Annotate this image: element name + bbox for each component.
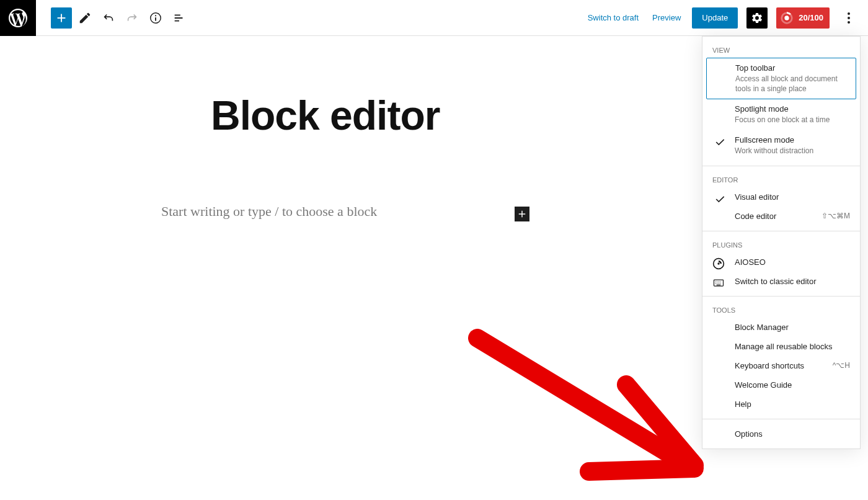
menu-top-toolbar[interactable]: Top toolbar Access all block and documen… — [706, 58, 856, 99]
plus-icon — [55, 11, 68, 25]
menu-label: Visual editor — [735, 192, 779, 202]
wp-logo[interactable] — [0, 0, 36, 36]
undo-button[interactable] — [98, 7, 119, 29]
plus-icon — [516, 208, 528, 220]
preview-button[interactable]: Preview — [650, 9, 683, 26]
menu-help[interactable]: Help — [702, 395, 860, 414]
seo-score-label: 20/100 — [799, 13, 823, 22]
svg-rect-2 — [155, 17, 156, 21]
dropdown-section-options: Options — [702, 419, 860, 449]
toolbar-right: Switch to draft Preview Update 20/100 — [585, 0, 868, 35]
kebab-icon — [848, 12, 850, 24]
check-icon — [714, 136, 726, 148]
shortcut-label: ⇧⌥⌘M — [822, 212, 850, 220]
toolbar-left — [51, 7, 190, 29]
section-heading: View — [702, 42, 860, 58]
aioseo-icon — [712, 257, 725, 270]
svg-point-1 — [155, 15, 156, 16]
menu-label: Spotlight mode — [735, 104, 850, 114]
svg-point-4 — [785, 16, 789, 20]
menu-label: AIOSEO — [735, 257, 766, 267]
update-button[interactable]: Update — [692, 7, 738, 29]
wordpress-icon — [7, 7, 29, 29]
settings-button[interactable] — [746, 7, 768, 29]
menu-label: Options — [735, 429, 763, 439]
menu-desc: Access all block and document tools in a… — [735, 74, 846, 94]
menu-welcome-guide[interactable]: Welcome Guide — [702, 375, 860, 395]
menu-label: Help — [735, 400, 751, 409]
menu-label: Switch to classic editor — [735, 277, 817, 286]
tools-button[interactable] — [74, 7, 95, 29]
menu-desc: Work without distraction — [735, 146, 850, 156]
options-menu-button[interactable] — [838, 0, 859, 36]
menu-label: Welcome Guide — [735, 380, 792, 390]
menu-options[interactable]: Options — [702, 424, 860, 444]
section-heading: Editor — [702, 171, 860, 187]
pencil-icon — [78, 11, 92, 25]
dropdown-section-editor: Editor Visual editor Code editor ⇧⌥⌘M — [702, 166, 860, 231]
menu-label: Manage all reusable blocks — [735, 342, 833, 351]
top-toolbar: Switch to draft Preview Update 20/100 — [0, 0, 868, 36]
empty-block-placeholder[interactable]: Start writing or type / to choose a bloc… — [161, 203, 377, 220]
seo-donut-icon — [780, 11, 794, 25]
list-icon — [172, 11, 186, 25]
menu-spotlight-mode[interactable]: Spotlight mode Focus on one block at a t… — [702, 99, 860, 130]
gear-icon — [751, 12, 763, 24]
menu-label: Fullscreen mode — [735, 135, 850, 145]
menu-label: Keyboard shortcuts — [735, 361, 804, 370]
inline-inserter-button[interactable] — [515, 207, 529, 221]
menu-aioseo[interactable]: AIOSEO — [702, 252, 860, 272]
post-title[interactable]: Block editor — [211, 92, 440, 139]
svg-point-6 — [848, 17, 850, 19]
section-heading: Tools — [702, 301, 860, 318]
info-icon — [149, 11, 162, 25]
shortcut-label: ^⌥H — [833, 361, 850, 370]
redo-button[interactable] — [122, 7, 143, 29]
menu-code-editor[interactable]: Code editor ⇧⌥⌘M — [702, 207, 860, 226]
dropdown-section-plugins: Plugins AIOSEO Switch to classic editor — [702, 231, 860, 297]
check-icon — [714, 193, 726, 205]
switch-to-draft-button[interactable]: Switch to draft — [585, 9, 641, 26]
menu-label: Block Manager — [735, 323, 789, 332]
menu-label: Top toolbar — [735, 63, 846, 73]
menu-visual-editor[interactable]: Visual editor — [702, 187, 860, 207]
seo-score-button[interactable]: 20/100 — [776, 7, 830, 29]
menu-desc: Focus on one block at a time — [735, 115, 850, 125]
outline-button[interactable] — [169, 7, 190, 29]
section-heading: Plugins — [702, 236, 860, 252]
menu-fullscreen-mode[interactable]: Fullscreen mode Work without distraction — [702, 130, 860, 161]
options-dropdown: View Top toolbar Access all block and do… — [702, 36, 861, 449]
menu-reusable-blocks[interactable]: Manage all reusable blocks — [702, 337, 860, 356]
svg-point-5 — [848, 12, 850, 15]
redo-icon — [125, 11, 139, 25]
keyboard-icon — [712, 277, 725, 289]
menu-block-manager[interactable]: Block Manager — [702, 318, 860, 337]
menu-keyboard-shortcuts[interactable]: Keyboard shortcuts ^⌥H — [702, 356, 860, 375]
menu-label: Code editor — [735, 212, 776, 221]
svg-point-7 — [848, 21, 850, 24]
dropdown-section-tools: Tools Block Manager Manage all reusable … — [702, 297, 860, 419]
details-button[interactable] — [145, 7, 166, 29]
svg-point-9 — [717, 262, 719, 264]
undo-icon — [102, 11, 115, 25]
dropdown-section-view: View Top toolbar Access all block and do… — [702, 37, 860, 166]
menu-switch-classic[interactable]: Switch to classic editor — [702, 272, 860, 291]
add-block-button[interactable] — [51, 7, 72, 29]
